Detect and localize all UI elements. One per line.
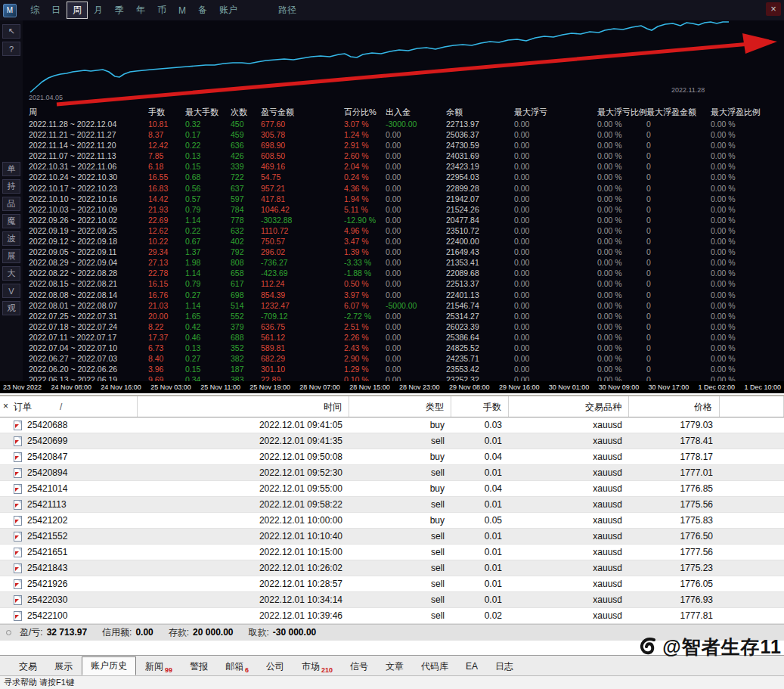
history-header-cell[interactable]: 手数 <box>451 396 509 417</box>
history-header-cell[interactable]: 交易品种 <box>509 396 629 417</box>
history-row[interactable]: 254219262022.12.01 10:28:57sell0.01xauus… <box>0 576 784 592</box>
stats-header-cell[interactable]: 最大手数 <box>185 106 231 119</box>
tab-market[interactable]: 市场210 <box>293 658 341 675</box>
tab-account-history[interactable]: 账户历史 <box>82 656 136 675</box>
trading-terminal-window: M 综日周月季年币M备账户 路径 × 2021.04.05 2022.11.28… <box>0 0 784 689</box>
stats-header-cell[interactable]: 余额 <box>446 106 514 119</box>
history-row[interactable]: 254206992022.12.01 09:41:35sell0.01xauus… <box>0 433 784 449</box>
stats-row[interactable]: 2022.10.24 ~ 2022.10.3016.550.6872254.75… <box>23 172 784 182</box>
stats-header-cell[interactable]: 次数 <box>231 106 261 119</box>
tab-signals[interactable]: 信号 <box>342 658 377 675</box>
tab-mailbox[interactable]: 邮箱6 <box>217 658 257 675</box>
menu-item-1[interactable]: 日 <box>45 2 67 19</box>
stats-row[interactable]: 2022.11.14 ~ 2022.11.2012.420.22636698.9… <box>23 140 784 151</box>
app-icon[interactable]: M <box>3 4 17 17</box>
stats-row[interactable]: 2022.06.27 ~ 2022.07.038.400.27382682.29… <box>23 353 784 364</box>
tab-alerts[interactable]: 警报 <box>181 658 216 675</box>
sidebar-button-chi[interactable]: 持 <box>2 179 20 194</box>
menu-item-2[interactable]: 周 <box>67 2 88 19</box>
panel-close-icon[interactable]: × <box>3 402 8 411</box>
stats-row[interactable]: 2022.07.18 ~ 2022.07.248.220.42379636.75… <box>23 321 784 332</box>
stats-row[interactable]: 2022.06.20 ~ 2022.06.263.960.15187301.10… <box>23 364 784 374</box>
stats-row[interactable]: 2022.09.12 ~ 2022.09.1810.220.67402750.5… <box>23 236 784 247</box>
tab-codebase[interactable]: 代码库 <box>413 658 457 675</box>
stats-row[interactable]: 2022.08.15 ~ 2022.08.2116.150.79617112.2… <box>23 278 784 289</box>
stats-row[interactable]: 2022.09.19 ~ 2022.09.2512.620.226321110.… <box>23 225 784 236</box>
summary-label: 信用额: <box>102 627 132 638</box>
tab-articles[interactable]: 文章 <box>377 658 412 675</box>
stats-row[interactable]: 2022.08.22 ~ 2022.08.2822.781.14658-423.… <box>23 268 784 278</box>
stats-header-cell[interactable]: 盈亏金额 <box>261 106 344 119</box>
stats-cell: 0.00 <box>386 236 446 247</box>
history-row[interactable]: 254215522022.12.01 10:10:40sell0.01xauus… <box>0 529 784 545</box>
history-header-cell[interactable]: 价格 <box>629 396 720 417</box>
stats-header-cell[interactable]: 周 <box>23 106 148 119</box>
stats-header-cell[interactable]: 最大浮亏 <box>514 106 597 119</box>
sidebar-button-v[interactable]: V <box>2 284 20 298</box>
sidebar-button-dan[interactable]: 单 <box>2 162 20 176</box>
history-row[interactable]: 254211132022.12.01 09:58:22sell0.01xauus… <box>0 497 784 513</box>
stats-row[interactable]: 2022.10.31 ~ 2022.11.066.180.15339469.16… <box>23 161 784 172</box>
menu-item-4[interactable]: 季 <box>109 2 130 19</box>
history-header-cell[interactable]: 类型 <box>349 396 451 417</box>
menu-item-0[interactable]: 综 <box>24 2 45 19</box>
stats-header-cell[interactable]: 最大浮盈金额 <box>646 106 711 119</box>
stats-row[interactable]: 2022.08.01 ~ 2022.08.0721.031.145141232.… <box>23 300 784 311</box>
menu-item-8[interactable]: 备 <box>192 2 213 19</box>
menu-item-7[interactable]: M <box>172 3 192 18</box>
stats-row[interactable]: 2022.09.26 ~ 2022.10.0222.691.14778-3032… <box>23 215 784 225</box>
history-header-cell[interactable]: 订单/ <box>0 396 138 417</box>
tab-trade[interactable]: 交易 <box>11 658 45 675</box>
tab-company[interactable]: 公司 <box>258 658 293 675</box>
history-row[interactable]: 254221002022.12.01 10:39:46sell0.02xauus… <box>0 608 784 624</box>
stats-header-row: 周手数最大手数次数盈亏金额百分比%出入金余额最大浮亏最大浮亏比例最大浮盈金额最大… <box>23 106 784 119</box>
history-row[interactable]: 254208472022.12.01 09:50:08buy0.04xauusd… <box>0 449 784 465</box>
history-row[interactable]: 254206882022.12.01 09:41:05buy0.03xauusd… <box>0 417 784 433</box>
stats-cell: 2022.11.14 ~ 2022.11.20 <box>23 140 148 151</box>
history-cell: 0.03 <box>451 417 509 433</box>
stats-row[interactable]: 2022.07.25 ~ 2022.07.3120.001.65552-709.… <box>23 311 784 321</box>
stats-row[interactable]: 2022.10.10 ~ 2022.10.1614.420.57597417.8… <box>23 194 784 204</box>
stats-row[interactable]: 2022.11.21 ~ 2022.11.278.370.17459305.78… <box>23 129 784 140</box>
sidebar-button-pin[interactable]: 品 <box>2 197 20 211</box>
stats-row[interactable]: 2022.10.17 ~ 2022.10.2316.830.56637957.2… <box>23 183 784 194</box>
stats-header-cell[interactable]: 出入金 <box>386 106 446 119</box>
stats-row[interactable]: 2022.11.28 ~ 2022.12.0410.810.32450677.6… <box>23 119 784 129</box>
history-row[interactable]: 254210142022.12.01 09:55:00buy0.04xauusd… <box>0 481 784 497</box>
history-header-cell[interactable]: 时间 <box>138 396 349 417</box>
sidebar-button-da[interactable]: 大 <box>2 266 20 281</box>
help-icon[interactable]: ? <box>2 42 20 56</box>
cursor-icon[interactable]: ↖ <box>2 24 20 39</box>
history-row[interactable]: 254216512022.12.01 10:15:00sell0.01xauus… <box>0 545 784 560</box>
path-menu-item[interactable]: 路径 <box>278 4 296 17</box>
stats-header-cell[interactable]: 手数 <box>148 106 185 119</box>
stats-row[interactable]: 2022.07.04 ~ 2022.07.106.730.13352589.81… <box>23 343 784 353</box>
tab-news[interactable]: 新闻99 <box>137 658 181 675</box>
tab-journal[interactable]: 日志 <box>487 658 522 675</box>
sidebar-button-mo[interactable]: 魔 <box>2 214 20 228</box>
stats-row[interactable]: 2022.08.08 ~ 2022.08.1416.760.27698854.3… <box>23 290 784 300</box>
stats-row[interactable]: 2022.10.03 ~ 2022.10.0921.930.797841046.… <box>23 204 784 215</box>
history-row[interactable]: 254220302022.12.01 10:34:14sell0.01xauus… <box>0 592 784 608</box>
tab-exposure[interactable]: 展示 <box>46 658 81 675</box>
history-row[interactable]: 254208942022.12.01 09:52:30sell0.01xauus… <box>0 465 784 481</box>
history-row[interactable]: 254212022022.12.01 10:00:00buy0.05xauusd… <box>0 513 784 529</box>
sidebar-button-guan[interactable]: 观 <box>2 301 20 315</box>
stats-row[interactable]: 2022.09.05 ~ 2022.09.1129.341.37792296.0… <box>23 247 784 257</box>
stats-header-cell[interactable]: 最大浮亏比例 <box>597 106 646 119</box>
close-icon[interactable]: × <box>766 2 781 16</box>
stats-row[interactable]: 2022.11.07 ~ 2022.11.137.850.13426608.50… <box>23 151 784 161</box>
history-row[interactable]: 254218432022.12.01 10:26:02sell0.01xauus… <box>0 560 784 576</box>
stats-header-cell[interactable]: 最大浮盈比例 <box>711 106 784 119</box>
stats-row[interactable]: 2022.07.11 ~ 2022.07.1717.370.46688561.1… <box>23 332 784 343</box>
sidebar-button-bo[interactable]: 波 <box>2 231 20 246</box>
menu-item-3[interactable]: 月 <box>88 2 109 19</box>
menu-item-9[interactable]: 账户 <box>213 2 243 19</box>
tab-ea[interactable]: EA <box>457 658 486 675</box>
stats-header-cell[interactable]: 百分比% <box>344 106 386 119</box>
stats-row[interactable]: 2022.06.13 ~ 2022.06.199.690.3438322.890… <box>23 374 784 381</box>
menu-item-6[interactable]: 币 <box>151 2 172 19</box>
menu-item-5[interactable]: 年 <box>130 2 151 19</box>
stats-row[interactable]: 2022.08.29 ~ 2022.09.0427.131.98808-736.… <box>23 257 784 268</box>
sidebar-button-zhan[interactable]: 展 <box>2 249 20 263</box>
